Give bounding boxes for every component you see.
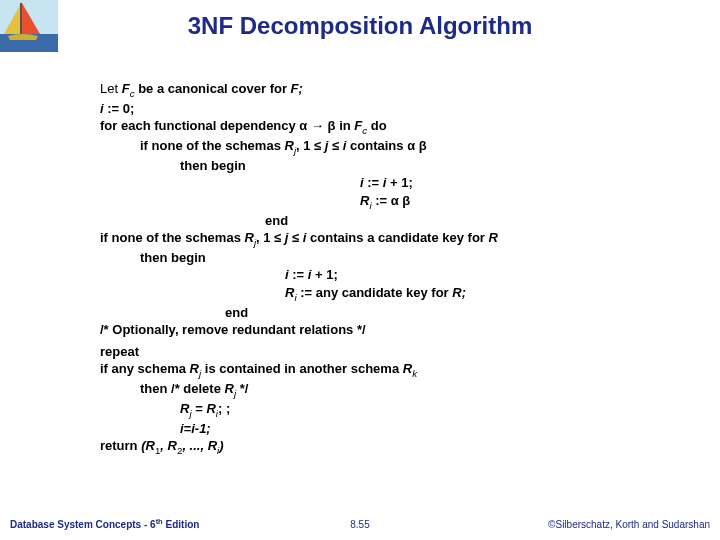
line-1: Let Fc be a canonical cover for F; bbox=[100, 80, 690, 100]
line-3: for each functional dependency α → β in … bbox=[100, 117, 690, 137]
line-4: if none of the schemas Rj, 1 ≤ j ≤ i con… bbox=[100, 137, 690, 157]
footer-copyright: ©Silberschatz, Korth and Sudarshan bbox=[548, 519, 710, 530]
line-15: repeat bbox=[100, 343, 690, 361]
line-17: then /* delete Rj */ bbox=[100, 380, 690, 400]
line-6: i := i + 1; bbox=[100, 174, 690, 192]
line-18: Rj = Ri; ; bbox=[100, 400, 690, 420]
line-13: end bbox=[100, 304, 690, 322]
slide-title: 3NF Decomposition Algorithm bbox=[0, 12, 720, 40]
line-16: if any schema Rj is contained in another… bbox=[100, 360, 690, 380]
line-7: Ri := α β bbox=[100, 192, 690, 212]
line-9: if none of the schemas Rj, 1 ≤ j ≤ i con… bbox=[100, 229, 690, 249]
line-5: then begin bbox=[100, 157, 690, 175]
line-10: then begin bbox=[100, 249, 690, 267]
line-11: i := i + 1; bbox=[100, 266, 690, 284]
line-2: i := 0; bbox=[100, 100, 690, 118]
line-8: end bbox=[100, 212, 690, 230]
line-12: Ri := any candidate key for R; bbox=[100, 284, 690, 304]
algorithm-body: Let Fc be a canonical cover for F; i := … bbox=[100, 80, 690, 457]
line-19: i=i-1; bbox=[100, 420, 690, 438]
line-14: /* Optionally, remove redundant relation… bbox=[100, 321, 690, 339]
line-20: return (R1, R2, ..., Ri) bbox=[100, 437, 690, 457]
